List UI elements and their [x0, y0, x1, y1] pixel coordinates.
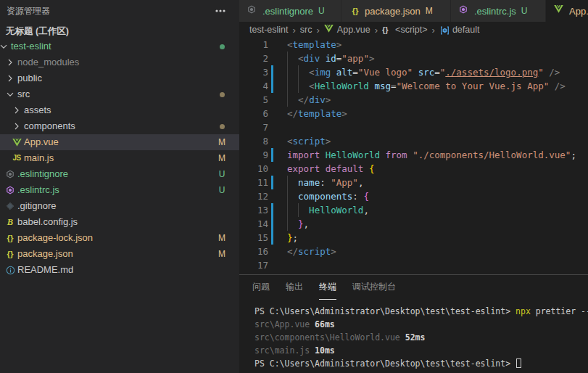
tree-item-.eslintignore[interactable]: .eslintignoreU — [0, 166, 239, 182]
panel-tab-输出[interactable]: 输出 — [286, 281, 303, 298]
breadcrumb-item[interactable]: src — [300, 25, 312, 35]
terminal-line-2: src\App.vue 66ms — [254, 318, 588, 331]
tree-item-babel.config.js[interactable]: Bbabel.config.js — [0, 214, 239, 230]
code-token: template — [298, 108, 341, 119]
tree-item-src[interactable]: src — [0, 86, 239, 102]
json-icon: {} — [4, 232, 16, 244]
code-text: <template> — [287, 38, 341, 52]
terminal-line-5: PS C:\Users\Administrator\Desktop\test\t… — [254, 357, 588, 370]
module-icon — [439, 25, 450, 36]
chevron-down-icon[interactable] — [4, 89, 16, 100]
line-number: 14 — [239, 217, 268, 231]
code-line-7: 7 — [239, 120, 588, 134]
editor-tab-package.json[interactable]: {}package.jsonM — [341, 0, 451, 22]
tree-item-.gitignore[interactable]: .gitignore — [0, 198, 239, 214]
tree-item-assets[interactable]: assets — [0, 102, 239, 118]
chevron-right-icon[interactable] — [4, 73, 16, 84]
tree-item-test-eslint[interactable]: test-eslint — [0, 38, 239, 54]
code-token — [320, 53, 326, 64]
panel-tab-终端[interactable]: 终端 — [319, 281, 336, 298]
tree-item-package.json[interactable]: {}package.jsonM — [0, 246, 239, 262]
tree-item-components[interactable]: components — [0, 118, 239, 134]
editor-tab-.eslintrc.js[interactable]: .eslintrc.jsU — [451, 0, 546, 22]
code-token: > — [336, 39, 342, 50]
code-text: }, — [287, 217, 309, 231]
git-status-badge: M — [217, 246, 227, 262]
chevron-right-icon[interactable] — [11, 104, 22, 116]
code-token — [320, 149, 326, 160]
more-actions-icon[interactable] — [215, 7, 225, 15]
code-token: ; — [571, 149, 576, 160]
code-token: , — [304, 218, 310, 229]
code-token: ; — [293, 232, 299, 243]
panel-tab-调试控制台[interactable]: 调试控制台 — [352, 281, 396, 298]
code-text: HelloWorld, — [287, 203, 369, 217]
code-token: } — [298, 218, 304, 229]
breadcrumb-item[interactable]: default — [439, 25, 480, 36]
tree-item-App.vue[interactable]: App.vueM — [0, 134, 239, 150]
tree-item-main.js[interactable]: JSmain.jsM — [0, 150, 239, 166]
tree-item-label: assets — [24, 102, 51, 118]
tree-item-label: public — [17, 70, 42, 86]
code-token: "App" — [331, 177, 358, 188]
panel-tab-问题[interactable]: 问题 — [252, 281, 270, 298]
code-line-16: 16</script> — [239, 245, 588, 258]
breadcrumb-item[interactable]: {}<script> — [382, 25, 427, 36]
breadcrumb-item[interactable]: App.vue — [324, 25, 370, 36]
line-number: 2 — [239, 52, 268, 65]
braces-icon: {} — [382, 25, 393, 36]
code-line-13: 13 HelloWorld, — [239, 203, 588, 217]
gutter-modified-indicator — [271, 79, 273, 93]
code-editor[interactable]: 1<template>2 <div id="app">3 <img alt="V… — [239, 38, 588, 274]
eslint-purple-icon — [4, 184, 16, 196]
terminal[interactable]: PS C:\Users\Administrator\Desktop\test\t… — [254, 305, 588, 373]
chevron-down-icon[interactable] — [0, 41, 9, 52]
gutter-modified-indicator — [271, 148, 273, 162]
line-number: 10 — [239, 162, 268, 176]
code-token: : — [320, 177, 331, 188]
line-number: 7 — [239, 120, 268, 134]
code-line-6: 6</template> — [239, 107, 588, 120]
code-token: div — [304, 53, 320, 64]
breadcrumb-label: App.vue — [337, 25, 370, 35]
eslint-gray-icon — [247, 5, 259, 17]
line-number: 13 — [239, 203, 268, 217]
code-token — [287, 94, 298, 105]
tree-item-README.md[interactable]: README.md — [0, 262, 239, 278]
breadcrumb-item[interactable]: test-eslint — [249, 25, 289, 35]
editor-tab-App.vue[interactable]: App.vueM — [546, 0, 588, 22]
code-token: from — [385, 149, 407, 160]
workspace-section-header[interactable]: 无标题 (工作区) — [6, 25, 69, 38]
code-token: "Vue logo" — [358, 67, 413, 78]
code-token: script — [293, 136, 326, 147]
tree-item-label: src — [17, 86, 30, 102]
code-line-2: 2 <div id="app"> — [239, 52, 588, 65]
code-token: "./components/HelloWorld.vue" — [413, 149, 571, 160]
code-token: </ — [287, 108, 298, 119]
chevron-right-icon[interactable] — [11, 120, 22, 132]
breadcrumb-separator: › — [293, 25, 296, 36]
terminal-text-span: PS C:\Users\Administrator\Desktop\test\t… — [254, 358, 515, 369]
tab-label: package.json — [365, 6, 421, 17]
code-token — [287, 67, 309, 78]
chevron-right-icon[interactable] — [4, 57, 16, 68]
code-line-17: 17 — [239, 258, 588, 272]
tree-item-public[interactable]: public — [0, 70, 239, 86]
code-token: "app" — [341, 53, 369, 64]
breadcrumb-separator: › — [375, 25, 378, 36]
editor-tab-.eslintignore[interactable]: .eslintignoreU — [239, 0, 341, 22]
code-line-10: 10export default { — [239, 162, 588, 176]
tree-item-package-lock.json[interactable]: {}package-lock.jsonM — [0, 230, 239, 246]
code-token: > — [369, 53, 375, 64]
line-number: 17 — [239, 258, 268, 272]
code-token: : — [352, 191, 363, 202]
tree-item-.eslintrc.js[interactable]: .eslintrc.jsU — [0, 182, 239, 198]
git-status-badge: M — [217, 150, 227, 166]
tree-item-node-modules[interactable]: node_modules — [0, 54, 239, 70]
code-token — [331, 67, 336, 78]
git-status-badge: M — [217, 134, 227, 150]
code-line-12: 12 components: { — [239, 189, 588, 203]
panel-tab-bar: 问题输出终端调试控制台 — [252, 281, 412, 298]
line-number: 8 — [239, 134, 268, 148]
info-icon — [4, 264, 16, 276]
